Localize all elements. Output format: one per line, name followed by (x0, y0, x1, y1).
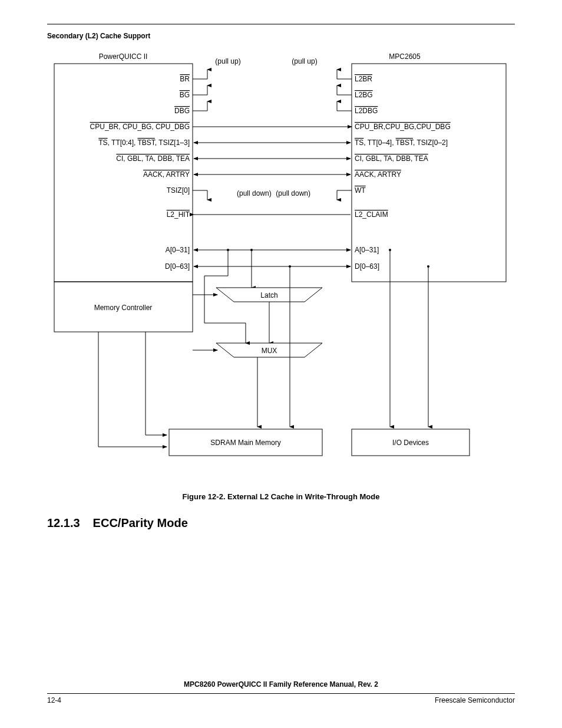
pull-down-right: (pull down) (276, 189, 310, 197)
sdram-label: SDRAM Main Memory (210, 439, 280, 447)
row-tsiz0: TSIZ[0] WT (pull down) (pull down) (167, 186, 366, 200)
left-sig-ts: TS, TT[0:4], TBST, TSIZ[1–3] (98, 139, 190, 147)
right-sig-l2bg: L2BG (355, 91, 373, 99)
left-block-title: PowerQUICC II (99, 52, 148, 61)
left-sig-bg: BG (180, 91, 190, 99)
left-sig-addr: A[0–31] (166, 246, 190, 254)
row-l2hit: L2_HIT L2_CLAIM (167, 210, 388, 219)
top-rule (47, 24, 515, 25)
right-sig-aack: AACK, ARTRY (355, 170, 401, 179)
left-sig-cpubr: CPU_BR, CPU_BG, CPU_DBG (90, 123, 190, 131)
right-sig-l2claim: L2_CLAIM (355, 210, 388, 219)
section-heading-text: ECC/Parity Mode (93, 516, 188, 530)
right-sig-addr: A[0–31] (355, 246, 379, 254)
right-sig-ts: TS, TT[0–4], TBST, TSIZ[0–2] (355, 139, 448, 147)
row-ci: CI, GBL, TA, DBB, TEA CI, GBL, TA, DBB, … (116, 154, 428, 163)
left-sig-tsiz0: TSIZ[0] (167, 186, 190, 195)
left-sig-l2hit: L2_HIT (167, 210, 190, 219)
page: Secondary (L2) Cache Support PowerQUICC (0, 0, 562, 728)
mux-block: MUX (193, 249, 322, 357)
io-devices-label: I/O Devices (392, 439, 429, 447)
pull-down-left: (pull down) (237, 189, 272, 197)
left-sig-dbg: DBG (174, 107, 190, 115)
right-sig-wt: WT (355, 186, 366, 195)
right-sig-data: D[0–63] (355, 262, 379, 271)
pull-up-right: (pull up) (292, 57, 317, 65)
row-aack: AACK, ARTRY AACK, ARTRY (143, 170, 401, 179)
row-ts: TS, TT[0:4], TBST, TSIZ[1–3] TS, TT[0–4]… (98, 139, 448, 147)
footer-rule (47, 693, 515, 694)
left-sig-br: BR (180, 75, 190, 83)
mux-label: MUX (262, 347, 277, 355)
page-footer: MPC8260 PowerQUICC II Family Reference M… (47, 680, 515, 704)
row-data: D[0–63] D[0–63] (165, 262, 379, 271)
page-number: 12-4 (47, 696, 61, 704)
diagram-svg: PowerQUICC II Memory Controller MPC2605 … (51, 52, 511, 485)
left-sig-aack: AACK, ARTRY (143, 170, 190, 179)
right-sig-cpubr: CPU_BR,CPU_BG,CPU_DBG (355, 123, 451, 131)
latch-label: Latch (260, 291, 277, 299)
memory-controller-label: Memory Controller (94, 304, 153, 312)
row-bg: BG L2BG (180, 85, 373, 99)
footer-manual-title: MPC8260 PowerQUICC II Family Reference M… (47, 680, 515, 689)
row-cpubr: CPU_BR, CPU_BG, CPU_DBG CPU_BR,CPU_BG,CP… (90, 123, 451, 131)
right-sig-l2br: L2BR (355, 75, 372, 83)
row-br: BR L2BR (180, 70, 372, 83)
left-sig-ci: CI, GBL, TA, DBB, TEA (116, 154, 190, 163)
figure-caption: Figure 12-2. External L2 Cache in Write-… (47, 492, 515, 501)
pull-up-left: (pull up) (215, 57, 240, 65)
right-block-title: MPC2605 (389, 52, 421, 61)
section-heading-number: 12.1.3 (47, 516, 80, 530)
footer-company: Freescale Semiconductor (435, 696, 515, 704)
right-sig-l2dbg: L2DBG (355, 107, 378, 115)
row-dbg: DBG L2DBG (174, 101, 378, 115)
diagram-container: PowerQUICC II Memory Controller MPC2605 … (47, 52, 515, 485)
right-sig-ci: CI, GBL, TA, DBB, TEA (355, 154, 428, 163)
latch-block: Latch (193, 288, 322, 343)
header-section-title: Secondary (L2) Cache Support (47, 32, 515, 40)
left-sig-data: D[0–63] (165, 262, 190, 271)
section-heading: 12.1.3 ECC/Parity Mode (47, 516, 515, 530)
